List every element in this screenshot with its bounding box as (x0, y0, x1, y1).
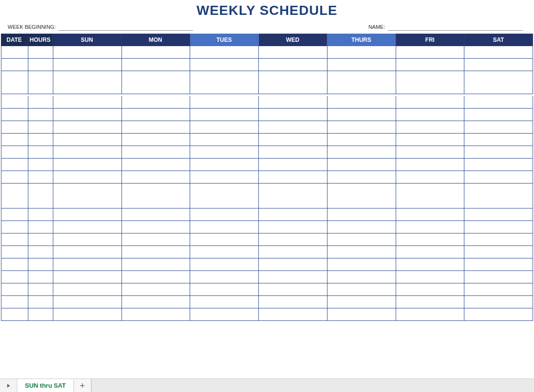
cell-fri[interactable] (396, 171, 465, 184)
cell-wed[interactable] (259, 296, 328, 308)
cell-tues[interactable] (190, 46, 259, 59)
cell-fri[interactable] (396, 221, 465, 233)
cell-fri[interactable] (396, 134, 465, 146)
cell-wed[interactable] (259, 258, 328, 271)
cell-fri[interactable] (396, 46, 465, 59)
cell-mon[interactable] (122, 46, 191, 59)
cell-hours[interactable] (28, 296, 53, 308)
cell-sat[interactable] (464, 96, 533, 109)
cell-mon[interactable] (122, 246, 191, 258)
cell-sat[interactable] (464, 121, 533, 134)
cell-sat[interactable] (464, 159, 533, 171)
cell-fri[interactable] (396, 146, 465, 159)
cell-fri[interactable] (396, 258, 465, 271)
cell-tues[interactable] (190, 171, 259, 184)
cell-date[interactable] (1, 159, 28, 171)
cell-fri[interactable] (396, 59, 465, 71)
cell-mon[interactable] (122, 84, 191, 94)
week-beginning-field[interactable] (59, 23, 193, 31)
cell-hours[interactable] (28, 208, 53, 221)
cell-thurs[interactable] (328, 221, 396, 233)
cell-hours[interactable] (28, 171, 53, 184)
cell-thurs[interactable] (328, 208, 396, 221)
cell-date[interactable] (1, 134, 28, 146)
cell-thurs[interactable] (328, 46, 396, 59)
cell-hours[interactable] (28, 109, 53, 121)
cell-mon[interactable] (122, 208, 191, 221)
cell-fri[interactable] (396, 84, 465, 94)
cell-tues[interactable] (190, 271, 259, 283)
cell-sat[interactable] (464, 208, 533, 221)
cell-tues[interactable] (190, 308, 259, 321)
cell-mon[interactable] (122, 96, 191, 109)
cell-hours[interactable] (28, 271, 53, 283)
cell-thurs[interactable] (328, 196, 396, 208)
cell-wed[interactable] (259, 233, 328, 246)
cell-wed[interactable] (259, 283, 328, 296)
cell-wed[interactable] (259, 146, 328, 159)
cell-tues[interactable] (190, 221, 259, 233)
cell-tues[interactable] (190, 208, 259, 221)
cell-date[interactable] (1, 59, 28, 71)
cell-hours[interactable] (28, 258, 53, 271)
cell-sun[interactable] (53, 258, 122, 271)
cell-hours[interactable] (28, 134, 53, 146)
cell-hours[interactable] (28, 246, 53, 258)
cell-sun[interactable] (53, 296, 122, 308)
cell-wed[interactable] (259, 96, 328, 109)
cell-mon[interactable] (122, 296, 191, 308)
cell-sat[interactable] (464, 271, 533, 283)
cell-wed[interactable] (259, 159, 328, 171)
cell-mon[interactable] (122, 171, 191, 184)
cell-tues[interactable] (190, 121, 259, 134)
cell-hours[interactable] (28, 146, 53, 159)
cell-tues[interactable] (190, 283, 259, 296)
cell-date[interactable] (1, 171, 28, 184)
cell-tues[interactable] (190, 258, 259, 271)
cell-fri[interactable] (396, 308, 465, 321)
cell-thurs[interactable] (328, 246, 396, 258)
cell-thurs[interactable] (328, 296, 396, 308)
add-sheet-button[interactable]: + (74, 379, 91, 392)
cell-mon[interactable] (122, 109, 191, 121)
cell-mon[interactable] (122, 233, 191, 246)
cell-sun[interactable] (53, 208, 122, 221)
cell-wed[interactable] (259, 221, 328, 233)
cell-mon[interactable] (122, 283, 191, 296)
cell-thurs[interactable] (328, 84, 396, 94)
cell-date[interactable] (1, 221, 28, 233)
cell-mon[interactable] (122, 258, 191, 271)
cell-sun[interactable] (53, 59, 122, 71)
cell-fri[interactable] (396, 246, 465, 258)
cell-date[interactable] (1, 109, 28, 121)
cell-sat[interactable] (464, 233, 533, 246)
cell-sun[interactable] (53, 121, 122, 134)
cell-mon[interactable] (122, 121, 191, 134)
name-field[interactable] (388, 23, 522, 31)
cell-fri[interactable] (396, 96, 465, 109)
cell-fri[interactable] (396, 109, 465, 121)
cell-hours[interactable] (28, 283, 53, 296)
cell-date[interactable] (1, 296, 28, 308)
cell-wed[interactable] (259, 208, 328, 221)
cell-tues[interactable] (190, 146, 259, 159)
cell-sun[interactable] (53, 134, 122, 146)
cell-tues[interactable] (190, 233, 259, 246)
cell-tues[interactable] (190, 109, 259, 121)
cell-thurs[interactable] (328, 146, 396, 159)
cell-date[interactable] (1, 308, 28, 321)
cell-sat[interactable] (464, 146, 533, 159)
cell-thurs[interactable] (328, 134, 396, 146)
cell-sun[interactable] (53, 283, 122, 296)
cell-fri[interactable] (396, 121, 465, 134)
cell-hours[interactable] (28, 84, 53, 94)
cell-tues[interactable] (190, 246, 259, 258)
cell-sat[interactable] (464, 283, 533, 296)
cell-wed[interactable] (259, 196, 328, 208)
cell-sun[interactable] (53, 196, 122, 208)
cell-thurs[interactable] (328, 159, 396, 171)
cell-thurs[interactable] (328, 233, 396, 246)
cell-fri[interactable] (396, 208, 465, 221)
cell-hours[interactable] (28, 59, 53, 71)
cell-hours[interactable] (28, 121, 53, 134)
